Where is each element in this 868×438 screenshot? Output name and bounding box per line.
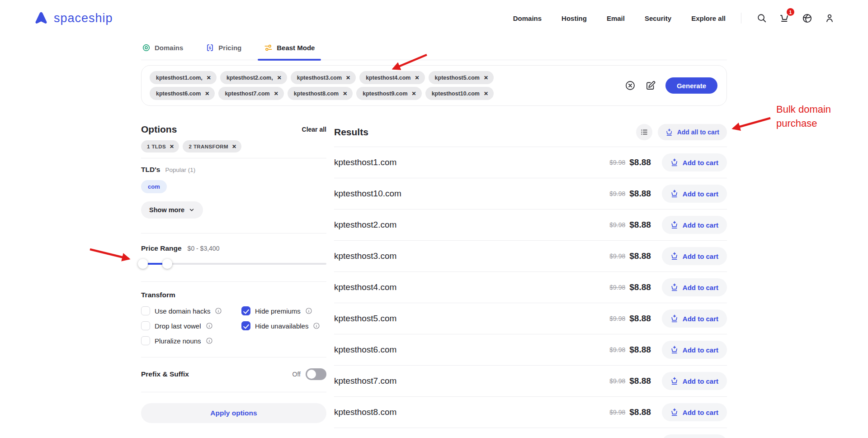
remove-chip-icon[interactable]: ✕	[205, 91, 209, 96]
nav-links: Domains Hosting Email Security Explore a…	[513, 14, 726, 22]
transform-option-row[interactable]: Hide premiums	[241, 306, 320, 315]
domain-chip: kptesthost2.com, ✕	[220, 71, 287, 84]
result-domain: kptesthost5.com	[334, 314, 396, 324]
transform-column-1: Use domain hacks Drop last vowel Plurali…	[141, 306, 241, 345]
list-view-button[interactable]	[636, 124, 652, 140]
add-to-cart-button[interactable]: Add to cart	[662, 247, 727, 265]
result-row: kptesthost3.com $9.98 $8.88 Add to cart	[334, 241, 727, 272]
domain-chip: kptesthost5.com ✕	[429, 71, 494, 84]
current-price: $8.88	[629, 376, 651, 386]
remove-chip-icon[interactable]: ✕	[277, 75, 282, 81]
add-to-cart-button[interactable]: Add to cart	[662, 309, 727, 328]
slider-handle-min[interactable]	[138, 259, 148, 269]
generate-button[interactable]: Generate	[665, 77, 717, 94]
remove-chip-icon[interactable]: ✕	[343, 91, 347, 96]
cart-icon[interactable]: 1	[779, 13, 790, 24]
search-icon[interactable]	[757, 13, 767, 23]
remove-chip-icon[interactable]: ✕	[346, 75, 350, 81]
tlds-subtitle: Popular (1)	[165, 167, 195, 173]
add-to-cart-button[interactable]: Add to cart	[662, 403, 727, 421]
add-to-cart-button[interactable]: Add to cart	[662, 278, 727, 296]
remove-chip-icon[interactable]: ✕	[207, 75, 211, 81]
selected-tld-list: com	[141, 180, 326, 193]
filter-chip-label: 2 TRANSFORM	[189, 144, 228, 149]
cart-plus-icon	[670, 346, 679, 354]
globe-icon[interactable]	[802, 13, 812, 24]
add-to-cart-button[interactable]: Add to cart	[662, 341, 727, 359]
account-icon[interactable]	[825, 13, 835, 23]
add-to-cart-button[interactable]: Add to cart	[662, 216, 727, 234]
transform-option-row[interactable]: Drop last vowel	[141, 321, 241, 330]
nav-link[interactable]: Hosting	[561, 14, 587, 22]
slider-handle-max[interactable]	[162, 259, 172, 269]
tab-beast-mode[interactable]: Beast Mode	[264, 43, 315, 60]
add-to-cart-label: Add to cart	[683, 409, 718, 416]
tld-chip[interactable]: com	[141, 180, 167, 193]
transform-option-row[interactable]: Pluralize nouns	[141, 336, 241, 345]
nav-link[interactable]: Email	[607, 14, 625, 22]
add-all-to-cart-button[interactable]: Add all to cart	[658, 124, 727, 140]
domains-tab-icon	[142, 43, 151, 52]
info-icon[interactable]	[215, 307, 222, 314]
tab-pricing[interactable]: $ Pricing	[206, 43, 241, 60]
result-row: kptesthost7.com $9.98 $8.88 Add to cart	[334, 366, 727, 397]
domain-chip-label: kptesthost10.com	[432, 90, 480, 97]
spaceship-logo[interactable]: spaceship	[33, 11, 113, 25]
add-to-cart-button[interactable]: Add to cart	[662, 153, 727, 171]
clear-input-icon[interactable]	[625, 80, 636, 91]
nav-link[interactable]: Domains	[513, 14, 542, 22]
remove-chip-icon[interactable]: ✕	[484, 75, 488, 81]
search-mode-tabs: Domains $ Pricing Beast Mode	[141, 43, 727, 60]
old-price: $9.98	[609, 284, 625, 291]
results-list: kptesthost1.com $9.98 $8.88 Add to cart …	[334, 147, 727, 438]
nav-link[interactable]: Explore all	[691, 14, 726, 22]
checkbox[interactable]	[141, 336, 150, 345]
add-to-cart-button[interactable]: Add to cart	[662, 185, 727, 203]
domain-chip: kptesthost10.com ✕	[425, 87, 494, 100]
info-icon[interactable]	[305, 307, 312, 314]
domain-chip-label: kptesthost3.com	[297, 75, 342, 81]
remove-filter-icon[interactable]: ✕	[170, 144, 174, 149]
cart-count-badge: 1	[787, 8, 794, 16]
remove-chip-icon[interactable]: ✕	[484, 91, 488, 96]
info-icon[interactable]	[206, 337, 213, 344]
remove-chip-icon[interactable]: ✕	[415, 75, 420, 81]
info-icon[interactable]	[206, 322, 213, 329]
checkbox[interactable]	[141, 306, 150, 315]
result-row: kptesthost9.com $9.98 $8.88 Add to cart	[334, 428, 727, 438]
transform-option-row[interactable]: Use domain hacks	[141, 306, 241, 315]
tab-label: Domains	[155, 44, 183, 52]
arrow-to-price-slider	[90, 249, 129, 259]
checkbox[interactable]	[241, 306, 250, 315]
transform-option-row[interactable]: Hide unavailables	[241, 321, 320, 330]
tab-label: Pricing	[218, 44, 241, 52]
remove-filter-icon[interactable]: ✕	[232, 144, 236, 149]
apply-options-button[interactable]: Apply options	[141, 403, 326, 423]
remove-chip-icon[interactable]: ✕	[274, 91, 278, 96]
old-price: $9.98	[609, 315, 625, 322]
clear-all-button[interactable]: Clear all	[302, 126, 326, 133]
checkbox[interactable]	[241, 321, 250, 330]
result-domain: kptesthost7.com	[334, 376, 396, 386]
info-icon[interactable]	[313, 322, 320, 329]
old-price: $9.98	[609, 190, 625, 197]
show-more-button[interactable]: Show more	[141, 201, 203, 219]
edit-icon[interactable]	[645, 80, 656, 91]
add-all-to-cart-label: Add all to cart	[677, 129, 719, 136]
domain-chip-label: kptesthost9.com	[363, 90, 407, 97]
add-to-cart-button[interactable]: Add to cart	[662, 372, 727, 390]
result-domain: kptesthost6.com	[334, 345, 396, 355]
add-to-cart-button[interactable]: Add to cart	[662, 434, 727, 438]
prefix-suffix-state: Off	[292, 371, 301, 378]
add-to-cart-label: Add to cart	[683, 377, 718, 385]
checkbox[interactable]	[141, 321, 150, 330]
filter-chip: 2 TRANSFORM ✕	[183, 140, 241, 152]
nav-link[interactable]: Security	[645, 14, 671, 22]
prefix-suffix-toggle[interactable]	[306, 368, 326, 380]
current-price: $8.88	[629, 157, 651, 167]
domain-chip-label: kptesthost7.com	[225, 90, 269, 97]
pricing-tab-icon: $	[206, 43, 214, 52]
result-row: kptesthost4.com $9.98 $8.88 Add to cart	[334, 272, 727, 303]
tab-domains[interactable]: Domains	[142, 43, 183, 60]
remove-chip-icon[interactable]: ✕	[412, 91, 416, 96]
